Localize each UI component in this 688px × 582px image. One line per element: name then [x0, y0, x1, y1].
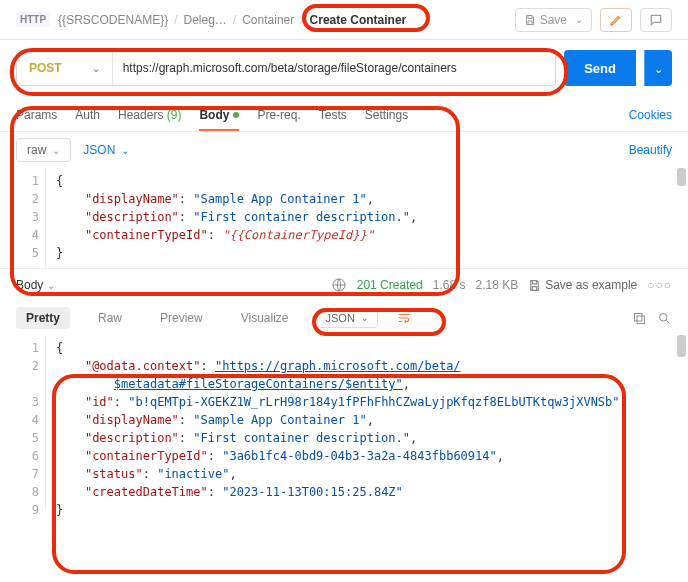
chevron-down-icon: ⌄	[47, 280, 55, 291]
breadcrumb-current: Create Container	[310, 13, 407, 27]
resp-tab-preview[interactable]: Preview	[150, 307, 213, 329]
scrollbar[interactable]	[677, 335, 686, 357]
response-body-editor[interactable]: 123456789 { "@odata.context": "https://g…	[0, 335, 688, 510]
send-options-button[interactable]: ⌄	[644, 50, 672, 86]
request-body-editor[interactable]: 12345 { "displayName": "Sample App Conta…	[0, 168, 688, 268]
chevron-down-icon: ⌄	[654, 63, 663, 75]
tab-auth[interactable]: Auth	[75, 100, 100, 130]
comment-button[interactable]	[640, 8, 672, 32]
method-label: POST	[29, 61, 62, 75]
breadcrumb-item[interactable]: Deleg…	[184, 13, 227, 27]
svg-point-3	[660, 313, 668, 321]
breadcrumb: {{SRSCODENAME}}/ Deleg…/ Container/ Crea…	[58, 13, 507, 27]
body-format-select[interactable]: JSON ⌄	[83, 143, 129, 157]
globe-icon	[331, 277, 347, 293]
beautify-link[interactable]: Beautify	[629, 143, 672, 157]
chevron-down-icon: ⌄	[52, 145, 60, 156]
search-icon[interactable]	[657, 311, 672, 326]
modified-dot-icon	[233, 112, 239, 118]
edit-button[interactable]	[600, 8, 632, 32]
response-status: 201 Created	[357, 278, 423, 292]
floppy-icon	[528, 279, 541, 292]
pencil-icon	[609, 13, 623, 27]
save-as-example-button[interactable]: Save as example	[528, 278, 637, 292]
resp-format-select[interactable]: JSON ⌄	[317, 308, 378, 328]
tab-headers[interactable]: Headers (9)	[118, 100, 181, 130]
chevron-down-icon: ⌄	[92, 63, 100, 74]
svg-rect-2	[635, 313, 643, 321]
chevron-down-icon: ⌄	[575, 14, 583, 25]
resp-tab-pretty[interactable]: Pretty	[16, 307, 70, 329]
wrap-lines-button[interactable]	[396, 311, 412, 325]
chevron-down-icon: ⌄	[361, 313, 369, 323]
response-time: 1.68 s	[433, 278, 466, 292]
method-select[interactable]: POST ⌄	[17, 51, 113, 85]
tab-prereq[interactable]: Pre-req.	[257, 100, 300, 130]
response-body-dropdown[interactable]: Body ⌄	[16, 278, 55, 292]
breadcrumb-item[interactable]: {{SRSCODENAME}}	[58, 13, 168, 27]
tab-tests[interactable]: Tests	[319, 100, 347, 130]
body-type-select[interactable]: raw ⌄	[16, 138, 71, 162]
breadcrumb-item[interactable]: Container	[242, 13, 294, 27]
method-url-bar: POST ⌄	[16, 50, 556, 86]
copy-icon[interactable]	[632, 311, 647, 326]
svg-rect-1	[637, 316, 645, 324]
comment-icon	[649, 13, 663, 27]
tab-body[interactable]: Body	[199, 100, 239, 130]
save-label: Save	[540, 13, 567, 27]
send-button[interactable]: Send	[564, 50, 636, 86]
save-button[interactable]: Save ⌄	[515, 8, 592, 32]
tab-params[interactable]: Params	[16, 100, 57, 130]
cookies-link[interactable]: Cookies	[629, 108, 672, 122]
http-badge: HTTP	[16, 12, 50, 27]
scrollbar[interactable]	[677, 168, 686, 186]
url-input[interactable]	[113, 51, 556, 85]
resp-tab-visualize[interactable]: Visualize	[231, 307, 299, 329]
svg-line-4	[666, 320, 669, 323]
more-icon[interactable]: ○○○	[647, 278, 672, 292]
floppy-icon	[524, 14, 536, 26]
response-size: 2.18 KB	[475, 278, 518, 292]
resp-tab-raw[interactable]: Raw	[88, 307, 132, 329]
chevron-down-icon: ⌄	[121, 145, 129, 156]
tab-settings[interactable]: Settings	[365, 100, 408, 130]
